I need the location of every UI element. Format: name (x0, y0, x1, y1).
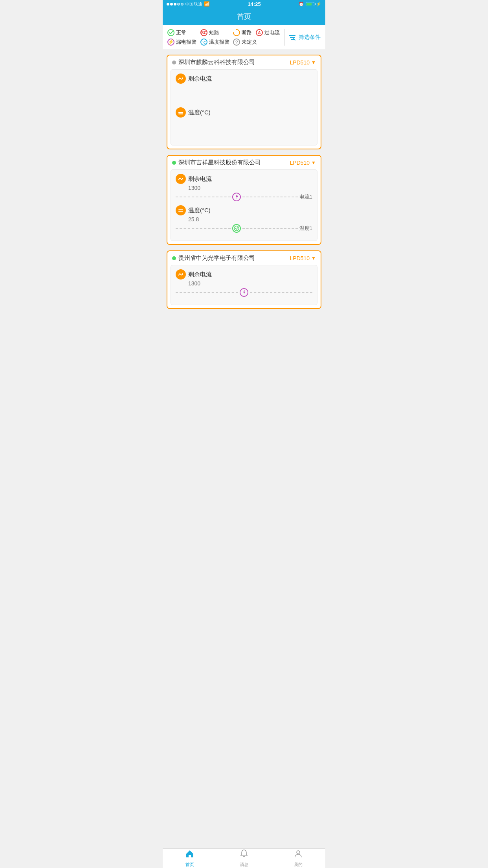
card-2-current-dash-right (242, 197, 297, 197)
svg-text:⚡: ⚡ (168, 39, 174, 45)
card-2-temp-dash-right (242, 228, 297, 229)
card-1-current-spacer (176, 88, 312, 107)
signal-dot-1 (167, 3, 169, 6)
card-1-current-label-row: 剩余电流 (176, 74, 312, 84)
signal-dot-3 (174, 3, 176, 6)
card-2-temp-threshold: 温度1 (176, 224, 312, 233)
card-1-temp-spacer (176, 121, 312, 141)
status-time: 14:25 (248, 1, 261, 7)
card-3-company-name: 贵州省中为光学电子有限公司 (178, 254, 255, 262)
normal-icon (167, 29, 174, 36)
card-1-body: 剩余电流 温度(°C) (171, 69, 317, 145)
legend-item-short: SC 短路 (200, 29, 230, 36)
legend-label-normal: 正常 (176, 29, 186, 36)
legend-item-open: 断路 (233, 29, 253, 36)
cards-container: 深圳市麒麟云科科技有限公司 LPD510 ▼ 剩余电流 (163, 50, 325, 334)
card-2-header: 深圳市吉祥星科技股份有限公司 LPD510 ▼ (167, 156, 321, 169)
legend-item-undefined: ? 未定义 (233, 39, 280, 46)
legend-label-short: 短路 (209, 29, 219, 36)
legend-divider (284, 29, 284, 46)
card-3-current-threshold (176, 288, 312, 297)
temp-alarm-icon: °C (200, 39, 207, 46)
card-3-current-label-row: 剩余电流 (176, 269, 312, 280)
card-3-current-name: 剩余电流 (188, 271, 212, 278)
card-1-company: 深圳市麒麟云科科技有限公司 (172, 59, 255, 66)
card-2-temp-name: 温度(°C) (188, 207, 211, 214)
signal-dots (167, 3, 183, 6)
card-2-device[interactable]: LPD510 ▼ (290, 160, 316, 166)
legend-item-temp-alarm: °C 温度报警 (200, 39, 230, 46)
card-2-body: 剩余电流 1300 电流1 (171, 169, 317, 241)
legend-label-open: 断路 (242, 29, 252, 36)
card-1[interactable]: 深圳市麒麟云科科技有限公司 LPD510 ▼ 剩余电流 (167, 55, 321, 149)
card-1-temp-name: 温度(°C) (188, 109, 211, 116)
card-1-temp-icon (176, 107, 186, 118)
page-header: 首页 (163, 8, 325, 25)
card-1-header: 深圳市麒麟云科科技有限公司 LPD510 ▼ (167, 55, 321, 69)
card-2-company: 深圳市吉祥星科技股份有限公司 (172, 159, 261, 166)
overcurrent-icon: A (256, 29, 263, 36)
card-2-dropdown-arrow: ▼ (311, 160, 316, 166)
legend-item-overcurrent: A 过电流 (256, 29, 281, 36)
page-title: 首页 (237, 12, 251, 21)
legend-label-temp-alarm: 温度报警 (209, 39, 229, 46)
card-2[interactable]: 深圳市吉祥星科技股份有限公司 LPD510 ▼ 剩余电流 1300 (167, 155, 321, 245)
card-2-current-label-row: 剩余电流 (176, 174, 312, 184)
card-3[interactable]: 贵州省中为光学电子有限公司 LPD510 ▼ 剩余电流 1300 (167, 250, 321, 309)
filter-label: 筛选条件 (299, 34, 321, 41)
card-1-dropdown-arrow: ▼ (311, 60, 316, 65)
svg-text:?: ? (235, 40, 238, 45)
card-2-sensor-temp: 温度(°C) 25.8 温度1 (176, 205, 312, 233)
legend-item-normal: 正常 (167, 29, 197, 36)
card-3-current-value: 1300 (176, 280, 312, 287)
card-3-company: 贵州省中为光学电子有限公司 (172, 254, 255, 262)
card-2-temp-label-row: 温度(°C) (176, 205, 312, 215)
short-icon: SC (200, 29, 207, 36)
status-bar: 中国联通 📶 14:25 ⏰ ⚡ (163, 0, 325, 8)
signal-dot-5 (181, 3, 183, 6)
card-2-temp-threshold-icon (232, 224, 241, 233)
card-2-temp-threshold-label: 温度1 (298, 225, 312, 232)
card-3-current-dash-left (176, 292, 238, 293)
card-1-sensor-temp: 温度(°C) (176, 107, 312, 118)
card-3-device[interactable]: LPD510 ▼ (290, 255, 316, 261)
legend-items: 正常 SC 短路 断路 A (167, 29, 280, 46)
charging-icon: ⚡ (316, 2, 321, 7)
wifi-icon: 📶 (204, 1, 210, 7)
card-1-device-type: LPD510 (290, 59, 310, 66)
svg-rect-16 (178, 114, 183, 115)
svg-point-19 (234, 226, 239, 231)
filter-icon (288, 33, 296, 41)
card-2-current-value: 1300 (176, 185, 312, 191)
filter-button[interactable]: 筛选条件 (288, 29, 321, 46)
svg-line-14 (294, 39, 295, 40)
card-1-device[interactable]: LPD510 ▼ (290, 59, 316, 66)
status-right: ⏰ ⚡ (299, 2, 321, 7)
legend-label-undefined: 未定义 (242, 39, 257, 46)
undefined-icon: ? (233, 39, 240, 46)
card-3-current-icon (176, 269, 186, 280)
card-3-sensor-current: 剩余电流 1300 (176, 269, 312, 297)
svg-rect-15 (178, 112, 183, 113)
card-2-current-icon (176, 174, 186, 184)
card-2-device-type: LPD510 (290, 160, 310, 166)
card-2-temp-icon (176, 205, 186, 215)
svg-point-0 (168, 29, 174, 36)
open-icon (233, 29, 240, 36)
carrier-label: 中国联通 (185, 1, 202, 7)
card-2-current-name: 剩余电流 (188, 175, 212, 183)
svg-rect-18 (178, 211, 183, 212)
legend-label-overcurrent: 过电流 (264, 29, 280, 36)
card-2-status-dot (172, 161, 176, 165)
card-2-company-name: 深圳市吉祥星科技股份有限公司 (178, 159, 261, 166)
svg-rect-17 (178, 210, 183, 211)
signal-dot-2 (170, 3, 173, 6)
card-1-current-icon (176, 74, 186, 84)
card-1-current-name: 剩余电流 (188, 75, 212, 83)
clock-icon: ⏰ (299, 2, 304, 7)
card-3-current-dash-right (250, 292, 312, 293)
card-1-company-name: 深圳市麒麟云科科技有限公司 (178, 59, 255, 66)
card-3-device-type: LPD510 (290, 255, 310, 261)
card-1-sensor-current: 剩余电流 (176, 74, 312, 84)
status-left: 中国联通 📶 (167, 1, 210, 7)
